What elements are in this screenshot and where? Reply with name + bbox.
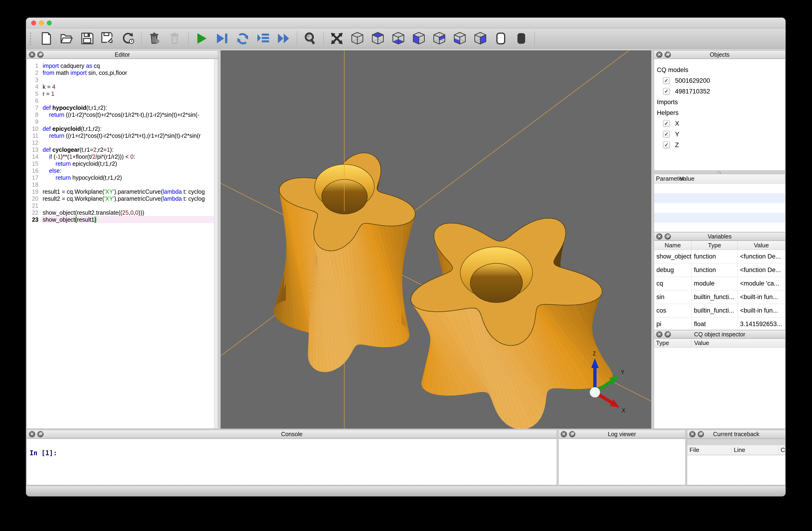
close-window-button[interactable] — [31, 20, 36, 25]
tree-item-z[interactable]: ✓Z — [656, 140, 785, 150]
editor-line-2[interactable]: 2from math import sin, cos,pi,floor — [27, 69, 218, 76]
variables-value-col-header[interactable]: Value — [738, 241, 785, 250]
delete-object-button[interactable] — [147, 31, 162, 46]
toolbar-drag-handle[interactable] — [29, 32, 32, 45]
objects-panel-title: Objects — [654, 51, 785, 58]
editor-line-23[interactable]: 23show_object(result1) — [27, 216, 218, 223]
3d-viewport[interactable]: Z Y X — [221, 50, 651, 429]
objects-tree[interactable]: CQ models✓5001629200✓4981710352ImportsHe… — [654, 59, 785, 171]
inspector-type-col-header[interactable]: Type — [654, 339, 691, 347]
tree-item-y[interactable]: ✓Y — [656, 129, 785, 140]
editor-line-19[interactable]: 19result1 = cq.Workplane('XY').parametri… — [27, 188, 218, 195]
parameter-table[interactable]: Parameter Value — [654, 174, 785, 232]
editor-line-4[interactable]: 4k = 4 — [27, 83, 218, 90]
editor-line-14[interactable]: 14 if (-1)**(1+floor(t/2/pi*(r1/r2))) < … — [27, 153, 218, 160]
visibility-checkbox[interactable]: ✓ — [663, 120, 670, 127]
traceback-line-col-header[interactable]: Line — [731, 445, 779, 455]
back-view-button[interactable] — [432, 31, 447, 46]
bottom-view-button[interactable] — [391, 31, 406, 46]
tree-item-helpers[interactable]: Helpers — [656, 108, 785, 118]
restart-button[interactable] — [235, 31, 250, 46]
editor-line-16[interactable]: 16 else: — [27, 167, 218, 174]
editor-line-22[interactable]: 22show_object(result2.translate((25,0,0)… — [27, 209, 218, 216]
parameter-col-header[interactable]: Parameter — [654, 174, 677, 183]
visibility-checkbox[interactable]: ✓ — [663, 131, 670, 138]
inspector-table[interactable]: Type Value — [654, 338, 785, 429]
tree-item-4981710352[interactable]: ✓4981710352 — [656, 86, 785, 97]
open-file-button[interactable] — [59, 31, 74, 46]
editor-line-18[interactable]: 18 — [27, 181, 218, 188]
continue-button[interactable] — [276, 31, 291, 46]
variable-type: function — [692, 250, 738, 263]
editor-line-5[interactable]: 5r = 1 — [27, 90, 218, 97]
new-file-button[interactable] — [39, 31, 53, 46]
inspector-value-col-header[interactable]: Value — [691, 339, 785, 347]
traceback-table[interactable]: File Line C — [687, 439, 785, 485]
variables-table[interactable]: Name Type Value show_objectfunction<func… — [654, 240, 785, 330]
zoom-window-button[interactable] — [47, 20, 52, 25]
editor-line-17[interactable]: 17 return hypocycloid(t,r1,r2) — [27, 174, 218, 181]
editor-line-21[interactable]: 21 — [27, 202, 218, 209]
save-button[interactable] — [80, 31, 95, 46]
traceback-code-col-header[interactable]: C — [779, 445, 785, 455]
variables-name-col-header[interactable]: Name — [654, 241, 692, 250]
editor-line-13[interactable]: 13def cyclogear(t,r1=2,r2=1): — [27, 146, 218, 153]
editor-line-10[interactable]: 10def epicycloid(t,r1,r2): — [27, 125, 218, 132]
variable-row-pi[interactable]: pifloat3.141592653... — [654, 318, 785, 330]
visibility-checkbox[interactable]: ✓ — [663, 77, 670, 84]
value-col-header[interactable]: Value — [677, 174, 785, 183]
line-number: 22 — [27, 209, 41, 216]
right-view-button[interactable] — [473, 31, 488, 46]
tree-item-x[interactable]: ✓X — [656, 118, 785, 129]
line-number: 7 — [27, 104, 41, 111]
editor-line-20[interactable]: 20result2 = cq.Workplane('XY').parametri… — [27, 195, 218, 202]
visibility-checkbox[interactable]: ✓ — [663, 141, 670, 149]
editor-line-7[interactable]: 7def hypocycloid(t,r1,r2): — [27, 104, 218, 111]
variables-type-col-header[interactable]: Type — [692, 241, 738, 250]
code-editor[interactable]: 1import cadquery as cq2from math import … — [27, 59, 218, 429]
log-panel-header: ✕ Log viewer — [559, 430, 685, 438]
editor-line-3[interactable]: 3 — [27, 76, 218, 83]
save-as-button[interactable] — [100, 31, 115, 46]
variable-row-show_object[interactable]: show_objectfunction<function De... — [654, 250, 785, 263]
wireframe-button[interactable] — [494, 31, 508, 46]
editor-line-11[interactable]: 11 return ((r1+r2)*cos(t)-r2*cos(r1/r2*t… — [27, 132, 218, 139]
editor-line-9[interactable]: 9 — [27, 118, 218, 125]
editor-line-15[interactable]: 15 return epicycloid(t,r1,r2) — [27, 160, 218, 167]
tree-item-imports[interactable]: Imports — [656, 97, 785, 108]
line-number: 15 — [27, 160, 41, 167]
step-button[interactable] — [256, 31, 271, 46]
tree-item-cq-models[interactable]: CQ models — [656, 65, 785, 75]
editor-line-1[interactable]: 1import cadquery as cq — [27, 62, 218, 69]
variable-row-cq[interactable]: cqmodule<module 'ca... — [654, 277, 785, 291]
log-area[interactable] — [559, 439, 685, 485]
variable-row-sin[interactable]: sinbuiltin_functi...<built-in fun... — [654, 291, 785, 304]
line-number: 5 — [27, 90, 41, 97]
iso-view-button[interactable] — [350, 31, 364, 46]
title-bar[interactable] — [26, 18, 785, 28]
render-button[interactable] — [194, 31, 209, 46]
shaded-button[interactable] — [514, 31, 528, 46]
left-view-button[interactable] — [453, 31, 467, 46]
traceback-file-col-header[interactable]: File — [687, 445, 731, 455]
tree-item-5001629200[interactable]: ✓5001629200 — [656, 75, 785, 86]
minimize-window-button[interactable] — [39, 20, 44, 25]
debug-button[interactable] — [215, 31, 229, 46]
visibility-checkbox[interactable]: ✓ — [663, 88, 670, 95]
front-view-button[interactable] — [411, 31, 426, 46]
editor-scrollbar[interactable] — [214, 59, 218, 429]
editor-line-12[interactable]: 12 — [27, 139, 218, 146]
variable-row-cos[interactable]: cosbuiltin_functi...<built-in fun... — [654, 304, 785, 318]
console-area[interactable]: In [1]: — [27, 439, 557, 485]
reload-button[interactable] — [121, 31, 135, 46]
inspect-zoom-button[interactable] — [303, 31, 318, 46]
editor-line-8[interactable]: 8 return ((r1-r2)*cos(t)+r2*cos(r1/r2*t-… — [27, 111, 218, 118]
inspector-panel-title: CQ object inspector — [654, 331, 785, 338]
top-view-button[interactable] — [371, 31, 385, 46]
line-number: 12 — [27, 139, 41, 146]
fit-view-button[interactable] — [330, 31, 344, 46]
editor-line-6[interactable]: 6 — [27, 97, 218, 104]
clear-all-button[interactable] — [168, 31, 183, 46]
variable-row-debug[interactable]: debugfunction<function De... — [654, 263, 785, 277]
tree-item-label: 5001629200 — [675, 77, 710, 84]
